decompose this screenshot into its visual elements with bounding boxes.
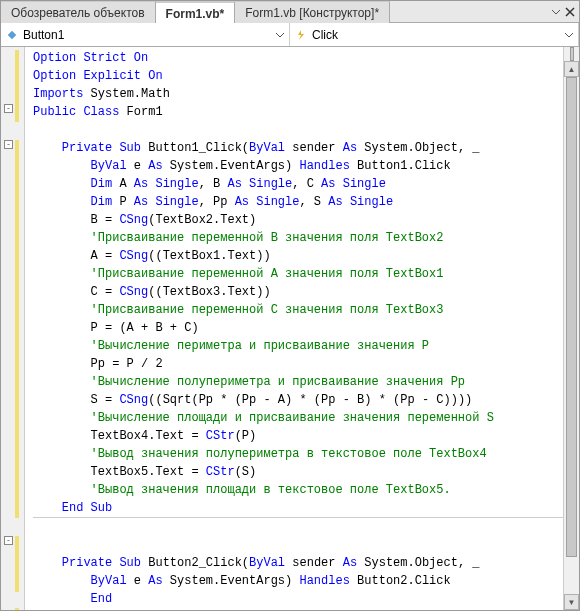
tab-form1-designer[interactable]: Form1.vb [Конструктор]*: [235, 1, 390, 23]
scroll-up-icon[interactable]: ▲: [564, 61, 579, 77]
outline-toggle-icon[interactable]: -: [4, 104, 13, 113]
outline-toggle-icon[interactable]: -: [4, 140, 13, 149]
chevron-down-icon: [275, 30, 285, 40]
change-marker: [15, 140, 19, 518]
event-dropdown-value: Click: [312, 28, 338, 42]
close-icon[interactable]: [565, 7, 575, 17]
event-icon: [294, 28, 308, 42]
vertical-scrollbar[interactable]: ▲ ▼: [563, 47, 579, 610]
field-icon: [5, 28, 19, 42]
object-dropdown[interactable]: Button1: [1, 23, 290, 46]
outline-toggle-icon[interactable]: -: [4, 536, 13, 545]
scroll-thumb[interactable]: [566, 77, 577, 557]
change-marker: [15, 536, 19, 592]
tab-form1-vb[interactable]: Form1.vb*: [156, 1, 236, 23]
event-dropdown[interactable]: Click: [290, 23, 579, 46]
chevron-down-icon: [564, 30, 574, 40]
code-gutter: - - -: [1, 47, 25, 610]
member-selector-row: Button1 Click: [1, 23, 579, 47]
svg-rect-0: [8, 30, 16, 38]
object-dropdown-value: Button1: [23, 28, 64, 42]
change-marker: [15, 50, 19, 122]
code-editor[interactable]: Option Strict On Option Explicit On Impo…: [25, 47, 563, 610]
scroll-down-icon[interactable]: ▼: [564, 594, 579, 610]
tab-object-browser[interactable]: Обозреватель объектов: [1, 1, 156, 23]
tab-overflow-icon[interactable]: [551, 7, 561, 17]
split-handle[interactable]: [570, 47, 574, 61]
document-tab-bar: Обозреватель объектов Form1.vb* Form1.vb…: [1, 1, 579, 23]
